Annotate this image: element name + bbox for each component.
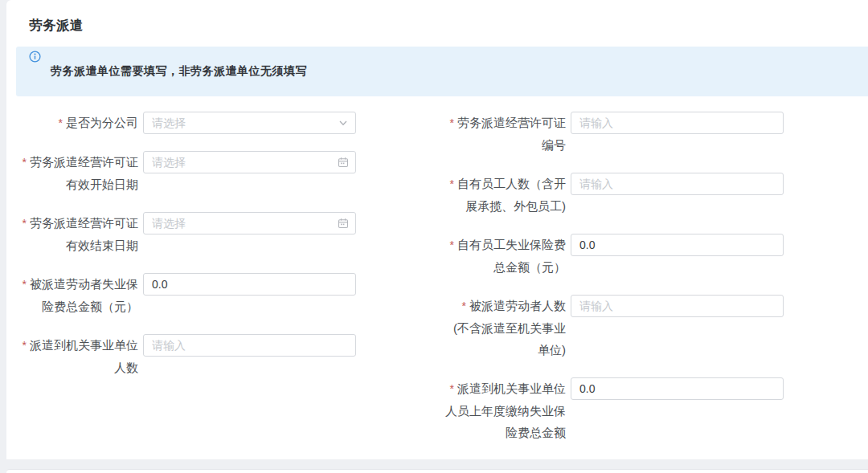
branch-company-select[interactable] [143, 112, 356, 134]
own-employees-count-input[interactable] [571, 173, 784, 195]
gov-dispatch-last-year-insurance-total-input[interactable] [571, 377, 784, 400]
page-title: 劳务派遣 [29, 17, 84, 35]
field-label: *劳务派遣经营许可证 有效结束日期 [13, 212, 141, 256]
field-label: *是否为分公司 [13, 112, 141, 134]
field-row-own-employees-count: *自有员工人数（含开 展承揽、外包员工) [440, 173, 794, 217]
info-icon [29, 51, 41, 63]
field-label: *派遣到机关事业单位 人数 [13, 334, 141, 378]
required-asterisk: * [23, 156, 27, 169]
dispatched-to-gov-institutions-count-input[interactable] [143, 334, 356, 357]
info-banner: 劳务派遣单位需要填写，非劳务派遣单位无须填写 [16, 47, 868, 96]
field-row-own-employees-insurance-total: *自有员工失业保险费 总金额（元） [440, 234, 794, 278]
license-number-input[interactable] [571, 112, 784, 134]
field-row-branch-company: *是否为分公司 [13, 112, 366, 134]
license-valid-end-date-input[interactable] [143, 212, 356, 234]
chevron-down-icon[interactable] [338, 117, 349, 128]
field-label: *被派遣劳动者人数 (不含派遣至机关事业 单位) [440, 295, 569, 361]
required-asterisk: * [450, 177, 454, 190]
labor-dispatch-section: 劳务派遣 劳务派遣单位需要填写，非劳务派遣单位无须填写 *是否为分公司 *劳务派… [6, 0, 868, 459]
form-column-right: *劳务派遣经营许可证 编号 *自有员工人数（含开 展承揽、外包员工) *自有员工… [440, 112, 794, 460]
dispatched-workers-insurance-total-input[interactable] [143, 273, 356, 296]
required-asterisk: * [59, 116, 63, 129]
calendar-icon[interactable] [338, 218, 349, 229]
field-row-license-start-date: *劳务派遣经营许可证 有效开始日期 [13, 151, 366, 195]
field-row-license-number: *劳务派遣经营许可证 编号 [440, 112, 794, 156]
own-employees-insurance-total-input[interactable] [571, 234, 784, 256]
form-column-left: *是否为分公司 *劳务派遣经营许可证 有效开始日期 *劳务派遣经营许可证 有效结… [13, 112, 366, 395]
field-label: *自有员工失业保险费 总金额（元） [440, 234, 569, 278]
field-row-license-end-date: *劳务派遣经营许可证 有效结束日期 [13, 212, 366, 256]
field-label: *被派遣劳动者失业保 险费总金额（元） [13, 273, 141, 317]
required-asterisk: * [450, 239, 454, 251]
field-row-dispatched-to-gov-count: *派遣到机关事业单位 人数 [13, 334, 366, 378]
required-asterisk: * [23, 278, 27, 291]
license-valid-start-date-input[interactable] [143, 151, 356, 173]
required-asterisk: * [450, 116, 454, 129]
field-row-gov-dispatch-last-year-insurance-total: *派遣到机关事业单位 人员上年度缴纳失业保 险费总金额 [440, 377, 794, 443]
field-row-dispatched-workers-insurance-total: *被派遣劳动者失业保 险费总金额（元） [13, 273, 366, 317]
field-label: *劳务派遣经营许可证 有效开始日期 [13, 151, 141, 195]
required-asterisk: * [450, 382, 454, 395]
dispatched-workers-count-input[interactable] [571, 295, 784, 317]
calendar-icon[interactable] [338, 157, 349, 168]
banner-message: 劳务派遣单位需要填写，非劳务派遣单位无须填写 [51, 64, 307, 79]
field-label: *自有员工人数（含开 展承揽、外包员工) [440, 173, 569, 217]
required-asterisk: * [23, 217, 27, 230]
required-asterisk: * [23, 339, 27, 352]
required-asterisk: * [462, 300, 466, 312]
field-row-dispatched-workers-count: *被派遣劳动者人数 (不含派遣至机关事业 单位) [440, 295, 794, 361]
field-label: *派遣到机关事业单位 人员上年度缴纳失业保 险费总金额 [440, 377, 569, 443]
field-label: *劳务派遣经营许可证 编号 [440, 112, 569, 156]
next-section-edge [6, 469, 868, 473]
